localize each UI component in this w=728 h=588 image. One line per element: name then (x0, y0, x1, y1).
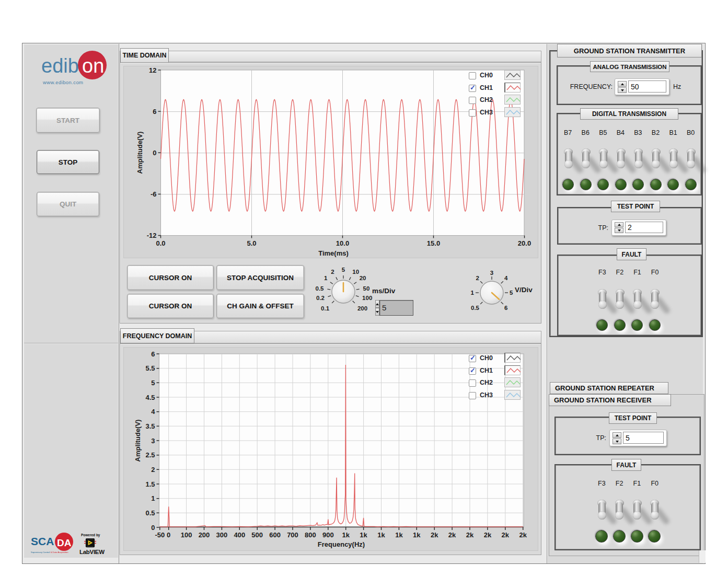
svg-text:6: 6 (151, 350, 155, 358)
svg-text:600: 600 (269, 531, 281, 539)
svg-text:0.0: 0.0 (156, 239, 165, 247)
svg-text:200: 200 (199, 531, 210, 539)
svg-text:300: 300 (216, 531, 228, 539)
svg-text:0.5: 0.5 (471, 305, 480, 311)
svg-text:-12: -12 (147, 232, 157, 239)
svg-text:2: 2 (331, 269, 334, 275)
svg-text:2.5: 2.5 (145, 451, 155, 459)
svg-text:6: 6 (153, 108, 156, 116)
svg-text:5: 5 (151, 379, 155, 387)
svg-text:2k: 2k (519, 531, 527, 539)
svg-text:5.0: 5.0 (247, 239, 256, 247)
svg-text:Frequency(Hz): Frequency(Hz) (318, 540, 365, 548)
svg-text:-50: -50 (155, 531, 165, 539)
svg-text:1.5: 1.5 (145, 480, 155, 488)
svg-text:Time(ms): Time(ms) (318, 249, 349, 257)
svg-text:0: 0 (153, 149, 156, 157)
svg-text:4: 4 (504, 275, 508, 281)
svg-text:12: 12 (149, 66, 156, 74)
svg-text:50: 50 (363, 285, 370, 292)
svg-text:0.1: 0.1 (321, 305, 330, 312)
svg-text:1k: 1k (413, 531, 421, 539)
svg-text:Amplitude(V): Amplitude(V) (134, 420, 142, 462)
svg-text:3: 3 (490, 270, 493, 276)
svg-text:-6: -6 (151, 190, 157, 198)
svg-text:1k: 1k (395, 531, 403, 539)
svg-text:1: 1 (151, 494, 155, 502)
svg-text:5: 5 (342, 267, 345, 273)
svg-text:2: 2 (151, 466, 155, 474)
svg-text:0: 0 (151, 524, 155, 532)
svg-text:3: 3 (151, 437, 155, 445)
svg-text:1: 1 (324, 275, 328, 281)
svg-text:0.5: 0.5 (145, 509, 155, 517)
svg-text:10: 10 (352, 269, 359, 275)
svg-text:10.0: 10.0 (336, 239, 349, 247)
svg-text:2k: 2k (502, 531, 510, 539)
svg-text:20: 20 (360, 275, 366, 281)
svg-text:1k: 1k (377, 531, 385, 539)
svg-text:1k: 1k (360, 531, 367, 539)
svg-text:1: 1 (471, 290, 475, 296)
svg-text:3.5: 3.5 (145, 422, 155, 430)
svg-text:100: 100 (362, 295, 372, 301)
svg-text:2k: 2k (484, 531, 492, 539)
svg-text:Amplitude(V): Amplitude(V) (136, 132, 144, 174)
svg-text:20.0: 20.0 (518, 239, 531, 247)
svg-text:5.5: 5.5 (145, 364, 155, 372)
svg-text:1k: 1k (342, 531, 350, 539)
svg-text:200: 200 (357, 305, 367, 312)
svg-text:2k: 2k (431, 531, 438, 539)
svg-text:15.0: 15.0 (427, 239, 440, 247)
svg-text:6: 6 (504, 305, 507, 311)
svg-text:0.5: 0.5 (316, 285, 325, 292)
svg-text:700: 700 (287, 531, 298, 539)
svg-text:2k: 2k (466, 531, 474, 539)
svg-text:400: 400 (234, 531, 245, 539)
svg-text:800: 800 (305, 531, 316, 539)
svg-text:4: 4 (151, 408, 155, 416)
svg-text:0: 0 (167, 531, 170, 539)
svg-text:0.2: 0.2 (316, 295, 325, 301)
svg-text:2: 2 (476, 275, 479, 281)
svg-text:500: 500 (251, 531, 263, 539)
svg-text:100: 100 (181, 531, 192, 539)
svg-text:5: 5 (510, 290, 513, 296)
svg-text:2k: 2k (448, 531, 456, 539)
svg-text:900: 900 (322, 531, 334, 539)
svg-text:4.5: 4.5 (145, 394, 155, 401)
